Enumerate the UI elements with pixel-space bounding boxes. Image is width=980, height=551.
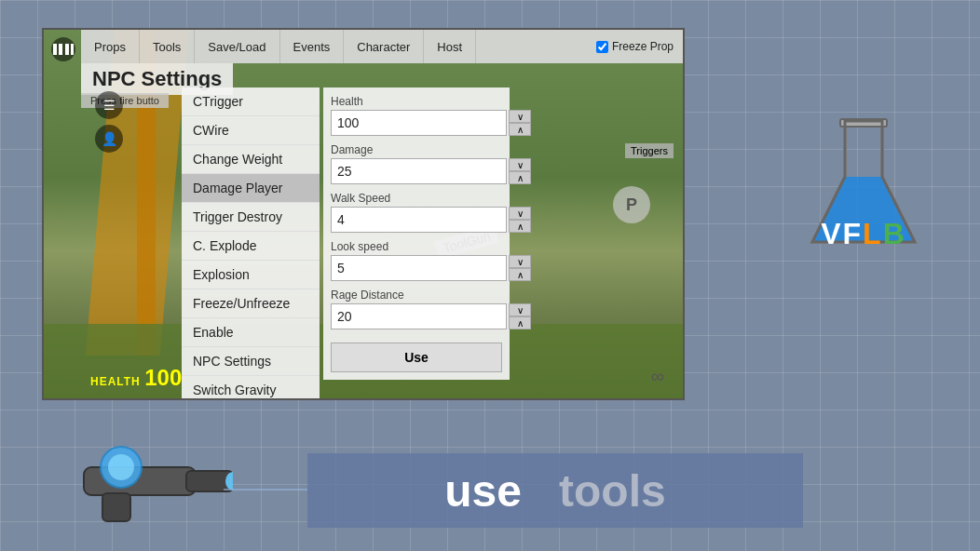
lookspeed-field-group: Look speed ∨ ∧: [331, 240, 502, 281]
flask-label: VFLB: [821, 217, 906, 251]
infinity-symbol: ∞: [651, 366, 664, 387]
walkspeed-field-group: Walk Speed ∨ ∧: [331, 192, 502, 233]
health-down-btn[interactable]: ∨: [509, 110, 531, 123]
menu-item-trigger-destroy[interactable]: Trigger Destroy: [182, 203, 320, 232]
game-window: Props Tools Save/Load Events Character H…: [42, 28, 685, 400]
ragedist-field-group: Rage Distance ∨ ∧: [331, 289, 502, 329]
tab-saveload[interactable]: Save/Load: [195, 30, 279, 63]
use-word: use: [444, 466, 522, 516]
menu-item-explosion[interactable]: Explosion: [182, 261, 320, 289]
portal-gun-area: [28, 430, 233, 532]
walkspeed-spinners: ∨ ∧: [509, 207, 531, 233]
menu-item-damage-player[interactable]: Damage Player: [182, 174, 320, 203]
lookspeed-input[interactable]: [331, 255, 507, 281]
flask-v: V: [821, 217, 842, 250]
damage-up-btn[interactable]: ∧: [509, 171, 531, 184]
use-tools-text: use tools: [444, 465, 665, 517]
damage-down-btn[interactable]: ∨: [509, 158, 531, 171]
lookspeed-down-btn[interactable]: ∨: [509, 255, 531, 268]
health-bar-value: 100: [144, 365, 182, 390]
menu-item-enable[interactable]: Enable: [182, 318, 320, 347]
menu-item-ctrigger[interactable]: CTrigger: [182, 87, 320, 116]
use-button[interactable]: Use: [331, 343, 502, 372]
menu-item-npc-settings[interactable]: NPC Settings: [182, 347, 320, 376]
damage-input[interactable]: [331, 158, 507, 184]
lookspeed-label: Look speed: [331, 240, 502, 253]
connector-line: [224, 489, 307, 491]
portal-gun-svg: [28, 430, 233, 532]
hamburger-icon[interactable]: ☰: [95, 91, 123, 119]
flask-logo: VFLB: [803, 112, 924, 261]
flask-l: L: [863, 217, 883, 250]
p-button[interactable]: P: [613, 186, 650, 223]
menu-item-cwire[interactable]: CWire: [182, 116, 320, 145]
use-tools-banner: use tools: [307, 453, 803, 528]
lookspeed-up-btn[interactable]: ∧: [509, 268, 531, 281]
health-label: Health: [331, 95, 502, 108]
walkspeed-up-btn[interactable]: ∧: [509, 220, 531, 233]
menu-item-freeze-unfreeze[interactable]: Freeze/Unfreeze: [182, 289, 320, 318]
ragedist-input[interactable]: [331, 303, 507, 329]
ragedist-spinners: ∨ ∧: [509, 303, 531, 329]
tab-character[interactable]: Character: [344, 30, 424, 63]
ragedist-up-btn[interactable]: ∧: [509, 316, 531, 329]
menu-panel: CTrigger CWire Change Weight Damage Play…: [182, 87, 320, 400]
flask-f: F: [843, 217, 864, 250]
menu-item-switch-gravity[interactable]: Switch Gravity: [182, 376, 320, 400]
walkspeed-input[interactable]: [331, 207, 507, 233]
walkspeed-down-btn[interactable]: ∨: [509, 207, 531, 220]
triggers-label: Triggers: [625, 143, 674, 158]
pause-button[interactable]: [51, 37, 75, 61]
side-icons: ☰ 👤: [95, 63, 123, 153]
freeze-prop-checkbox[interactable]: [596, 41, 608, 53]
health-up-btn[interactable]: ∧: [509, 123, 531, 136]
lookspeed-spinners: ∨ ∧: [509, 255, 531, 281]
walkspeed-label: Walk Speed: [331, 192, 502, 205]
ragedist-down-btn[interactable]: ∨: [509, 303, 531, 316]
svg-rect-7: [102, 493, 130, 521]
top-nav: Props Tools Save/Load Events Character H…: [81, 30, 683, 63]
flask-b: B: [883, 217, 906, 250]
tab-host[interactable]: Host: [424, 30, 476, 63]
menu-item-change-weight[interactable]: Change Weight: [182, 145, 320, 174]
damage-field-group: Damage ∨ ∧: [331, 143, 502, 184]
tab-tools[interactable]: Tools: [140, 30, 195, 63]
person-icon[interactable]: 👤: [95, 125, 123, 153]
settings-panel: Health ∨ ∧ Damage ∨ ∧ Walk Speed: [323, 87, 510, 380]
health-spinners: ∨ ∧: [509, 110, 531, 136]
damage-spinners: ∨ ∧: [509, 158, 531, 184]
tools-word: tools: [559, 466, 666, 516]
svg-point-6: [108, 454, 134, 480]
tab-props[interactable]: Props: [81, 30, 140, 63]
freeze-prop-label: Freeze Prop: [612, 40, 674, 53]
menu-item-c-explode[interactable]: C. Explode: [182, 232, 320, 261]
freeze-prop-area: Freeze Prop: [596, 40, 683, 53]
health-bar: HEALTH 100: [90, 365, 182, 391]
health-bar-label: HEALTH: [90, 375, 141, 388]
health-input[interactable]: [331, 110, 507, 136]
ragedist-label: Rage Distance: [331, 289, 502, 302]
damage-label: Damage: [331, 143, 502, 156]
tab-events[interactable]: Events: [280, 30, 345, 63]
health-field-group: Health ∨ ∧: [331, 95, 502, 136]
